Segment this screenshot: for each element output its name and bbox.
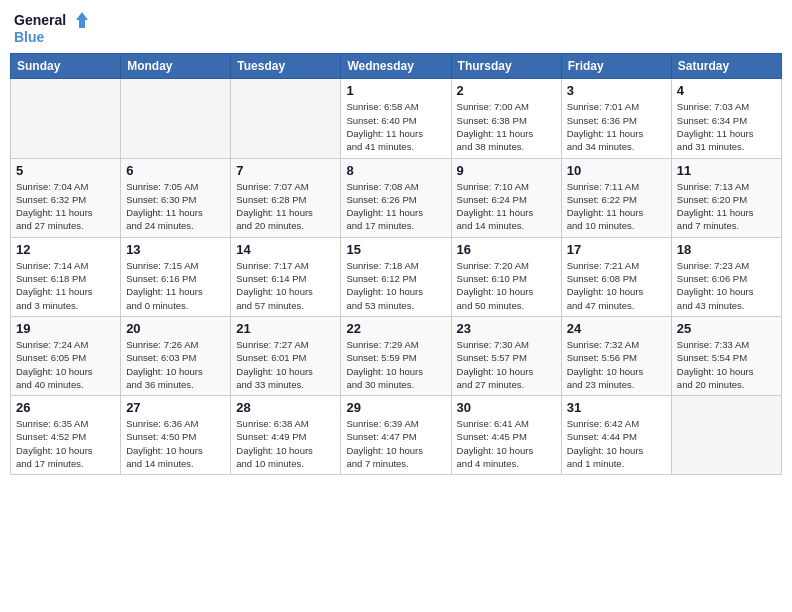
day-info: Sunrise: 7:14 AMSunset: 6:18 PMDaylight:… [16, 259, 115, 312]
calendar-day-cell: 27Sunrise: 6:36 AMSunset: 4:50 PMDayligh… [121, 396, 231, 475]
day-number: 27 [126, 400, 225, 415]
day-number: 16 [457, 242, 556, 257]
calendar-day-cell: 24Sunrise: 7:32 AMSunset: 5:56 PMDayligh… [561, 316, 671, 395]
weekday-header: Monday [121, 54, 231, 79]
calendar-week-row: 1Sunrise: 6:58 AMSunset: 6:40 PMDaylight… [11, 79, 782, 158]
day-info: Sunrise: 6:36 AMSunset: 4:50 PMDaylight:… [126, 417, 225, 470]
day-info: Sunrise: 7:32 AMSunset: 5:56 PMDaylight:… [567, 338, 666, 391]
day-info: Sunrise: 7:21 AMSunset: 6:08 PMDaylight:… [567, 259, 666, 312]
weekday-header: Friday [561, 54, 671, 79]
day-number: 11 [677, 163, 776, 178]
logo: General Blue [14, 10, 90, 45]
calendar-day-cell: 3Sunrise: 7:01 AMSunset: 6:36 PMDaylight… [561, 79, 671, 158]
day-number: 24 [567, 321, 666, 336]
calendar-week-row: 19Sunrise: 7:24 AMSunset: 6:05 PMDayligh… [11, 316, 782, 395]
day-number: 1 [346, 83, 445, 98]
day-info: Sunrise: 7:30 AMSunset: 5:57 PMDaylight:… [457, 338, 556, 391]
day-number: 28 [236, 400, 335, 415]
calendar-day-cell: 19Sunrise: 7:24 AMSunset: 6:05 PMDayligh… [11, 316, 121, 395]
day-info: Sunrise: 7:11 AMSunset: 6:22 PMDaylight:… [567, 180, 666, 233]
day-info: Sunrise: 7:01 AMSunset: 6:36 PMDaylight:… [567, 100, 666, 153]
calendar-week-row: 12Sunrise: 7:14 AMSunset: 6:18 PMDayligh… [11, 237, 782, 316]
calendar-day-cell: 18Sunrise: 7:23 AMSunset: 6:06 PMDayligh… [671, 237, 781, 316]
calendar-day-cell: 16Sunrise: 7:20 AMSunset: 6:10 PMDayligh… [451, 237, 561, 316]
day-number: 22 [346, 321, 445, 336]
calendar-day-cell [121, 79, 231, 158]
day-number: 12 [16, 242, 115, 257]
day-info: Sunrise: 7:24 AMSunset: 6:05 PMDaylight:… [16, 338, 115, 391]
day-info: Sunrise: 7:18 AMSunset: 6:12 PMDaylight:… [346, 259, 445, 312]
day-number: 19 [16, 321, 115, 336]
day-info: Sunrise: 7:03 AMSunset: 6:34 PMDaylight:… [677, 100, 776, 153]
day-number: 8 [346, 163, 445, 178]
calendar-day-cell: 10Sunrise: 7:11 AMSunset: 6:22 PMDayligh… [561, 158, 671, 237]
day-info: Sunrise: 7:08 AMSunset: 6:26 PMDaylight:… [346, 180, 445, 233]
day-info: Sunrise: 7:27 AMSunset: 6:01 PMDaylight:… [236, 338, 335, 391]
day-info: Sunrise: 6:41 AMSunset: 4:45 PMDaylight:… [457, 417, 556, 470]
day-number: 15 [346, 242, 445, 257]
day-info: Sunrise: 7:23 AMSunset: 6:06 PMDaylight:… [677, 259, 776, 312]
logo-graphic: General Blue [14, 10, 90, 45]
page-header: General Blue [10, 10, 782, 45]
calendar-day-cell: 15Sunrise: 7:18 AMSunset: 6:12 PMDayligh… [341, 237, 451, 316]
calendar-day-cell: 28Sunrise: 6:38 AMSunset: 4:49 PMDayligh… [231, 396, 341, 475]
calendar-day-cell: 9Sunrise: 7:10 AMSunset: 6:24 PMDaylight… [451, 158, 561, 237]
calendar-day-cell [671, 396, 781, 475]
day-number: 14 [236, 242, 335, 257]
day-number: 17 [567, 242, 666, 257]
day-info: Sunrise: 7:20 AMSunset: 6:10 PMDaylight:… [457, 259, 556, 312]
day-number: 2 [457, 83, 556, 98]
day-info: Sunrise: 6:39 AMSunset: 4:47 PMDaylight:… [346, 417, 445, 470]
calendar-week-row: 5Sunrise: 7:04 AMSunset: 6:32 PMDaylight… [11, 158, 782, 237]
day-number: 18 [677, 242, 776, 257]
day-info: Sunrise: 7:26 AMSunset: 6:03 PMDaylight:… [126, 338, 225, 391]
day-number: 30 [457, 400, 556, 415]
calendar-day-cell: 5Sunrise: 7:04 AMSunset: 6:32 PMDaylight… [11, 158, 121, 237]
calendar-table: SundayMondayTuesdayWednesdayThursdayFrid… [10, 53, 782, 475]
day-number: 13 [126, 242, 225, 257]
calendar-day-cell: 31Sunrise: 6:42 AMSunset: 4:44 PMDayligh… [561, 396, 671, 475]
calendar-day-cell: 2Sunrise: 7:00 AMSunset: 6:38 PMDaylight… [451, 79, 561, 158]
day-info: Sunrise: 7:05 AMSunset: 6:30 PMDaylight:… [126, 180, 225, 233]
day-info: Sunrise: 7:04 AMSunset: 6:32 PMDaylight:… [16, 180, 115, 233]
day-number: 31 [567, 400, 666, 415]
day-info: Sunrise: 7:13 AMSunset: 6:20 PMDaylight:… [677, 180, 776, 233]
day-number: 25 [677, 321, 776, 336]
weekday-header: Sunday [11, 54, 121, 79]
calendar-day-cell: 7Sunrise: 7:07 AMSunset: 6:28 PMDaylight… [231, 158, 341, 237]
calendar-day-cell: 22Sunrise: 7:29 AMSunset: 5:59 PMDayligh… [341, 316, 451, 395]
weekday-header: Thursday [451, 54, 561, 79]
day-number: 21 [236, 321, 335, 336]
calendar-day-cell: 11Sunrise: 7:13 AMSunset: 6:20 PMDayligh… [671, 158, 781, 237]
day-number: 3 [567, 83, 666, 98]
calendar-day-cell: 25Sunrise: 7:33 AMSunset: 5:54 PMDayligh… [671, 316, 781, 395]
logo-general: General [14, 13, 66, 28]
logo-bird-icon [68, 10, 90, 32]
calendar-day-cell: 1Sunrise: 6:58 AMSunset: 6:40 PMDaylight… [341, 79, 451, 158]
calendar-day-cell: 20Sunrise: 7:26 AMSunset: 6:03 PMDayligh… [121, 316, 231, 395]
day-info: Sunrise: 6:58 AMSunset: 6:40 PMDaylight:… [346, 100, 445, 153]
day-number: 20 [126, 321, 225, 336]
logo-blue: Blue [14, 30, 44, 45]
weekday-header: Saturday [671, 54, 781, 79]
calendar-day-cell: 29Sunrise: 6:39 AMSunset: 4:47 PMDayligh… [341, 396, 451, 475]
day-number: 5 [16, 163, 115, 178]
calendar-day-cell: 17Sunrise: 7:21 AMSunset: 6:08 PMDayligh… [561, 237, 671, 316]
calendar-day-cell: 26Sunrise: 6:35 AMSunset: 4:52 PMDayligh… [11, 396, 121, 475]
day-number: 10 [567, 163, 666, 178]
calendar-day-cell: 23Sunrise: 7:30 AMSunset: 5:57 PMDayligh… [451, 316, 561, 395]
day-info: Sunrise: 7:33 AMSunset: 5:54 PMDaylight:… [677, 338, 776, 391]
calendar-day-cell [231, 79, 341, 158]
day-number: 7 [236, 163, 335, 178]
day-number: 26 [16, 400, 115, 415]
calendar-day-cell: 8Sunrise: 7:08 AMSunset: 6:26 PMDaylight… [341, 158, 451, 237]
calendar-day-cell: 30Sunrise: 6:41 AMSunset: 4:45 PMDayligh… [451, 396, 561, 475]
weekday-header: Wednesday [341, 54, 451, 79]
day-number: 23 [457, 321, 556, 336]
day-number: 9 [457, 163, 556, 178]
day-info: Sunrise: 7:17 AMSunset: 6:14 PMDaylight:… [236, 259, 335, 312]
calendar-day-cell: 6Sunrise: 7:05 AMSunset: 6:30 PMDaylight… [121, 158, 231, 237]
day-info: Sunrise: 6:38 AMSunset: 4:49 PMDaylight:… [236, 417, 335, 470]
calendar-week-row: 26Sunrise: 6:35 AMSunset: 4:52 PMDayligh… [11, 396, 782, 475]
weekday-header-row: SundayMondayTuesdayWednesdayThursdayFrid… [11, 54, 782, 79]
